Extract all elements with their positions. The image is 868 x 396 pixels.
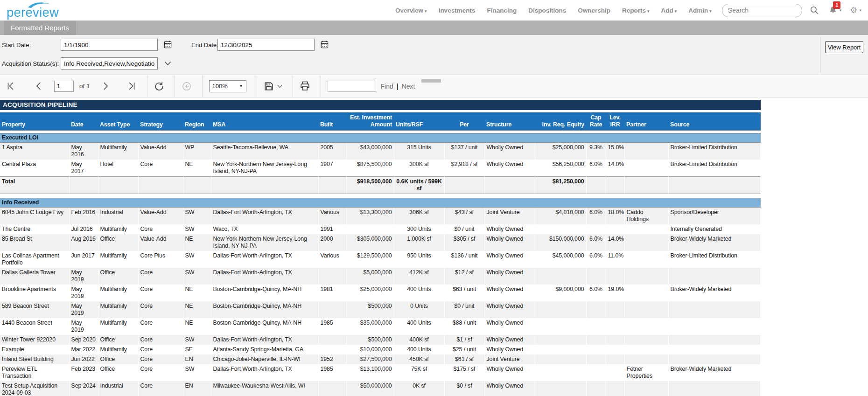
cell: [69, 177, 98, 194]
first-page-button[interactable]: [6, 81, 15, 91]
cell: 2000: [318, 234, 346, 251]
nav-item-ownership[interactable]: Ownership: [578, 7, 610, 14]
toolbar-divider: [321, 75, 321, 97]
column-header: Partner: [624, 112, 668, 131]
find-next-button[interactable]: Next: [402, 83, 415, 90]
cell: 1907: [318, 160, 346, 177]
cell: Total: [0, 177, 69, 194]
cell: $0 / sf: [444, 381, 484, 396]
settings-gear-button[interactable]: ⚙: [850, 6, 857, 14]
cell: Multifamily: [98, 301, 138, 318]
nav-item-dispositions[interactable]: Dispositions: [528, 7, 566, 14]
zoom-select[interactable]: 100% ▼: [209, 80, 246, 92]
notification-badge: 1: [833, 1, 840, 9]
cell: $88 / unit: [444, 318, 484, 335]
start-date-calendar-icon[interactable]: [163, 40, 172, 49]
view-report-button[interactable]: View Report: [825, 41, 863, 53]
start-date-input[interactable]: [61, 39, 158, 51]
cell: Multifamily: [98, 318, 138, 335]
cell: 14.0%: [606, 160, 624, 177]
last-page-button[interactable]: [127, 81, 137, 91]
chevron-down-icon[interactable]: ▾: [859, 8, 861, 13]
acquisition-status-input[interactable]: [61, 57, 158, 69]
cell: $27,500,000: [346, 354, 394, 364]
cell: $25,000,000: [346, 285, 394, 301]
cell: [586, 177, 606, 194]
nav-item-overview[interactable]: Overview▾: [395, 7, 427, 14]
cell: Various: [318, 208, 346, 225]
refresh-button[interactable]: [154, 81, 164, 91]
cell: Joint Venture: [484, 354, 535, 364]
parameters-collapse-handle[interactable]: [421, 79, 441, 83]
cell: Boston-Cambridge-Quincy, MA-NH: [211, 285, 318, 301]
cell: Dallas-Fort Worth-Arlington, TX: [211, 268, 318, 285]
cell: [586, 364, 606, 381]
cell: 15.0%: [606, 143, 624, 160]
cell: $0 / unit: [444, 301, 484, 318]
cell: [624, 251, 668, 268]
find-text-input[interactable]: [328, 81, 376, 92]
cell: SW: [183, 364, 211, 381]
cell: Multifamily: [98, 345, 138, 354]
cell: 306K sf: [394, 208, 444, 225]
cell: [535, 301, 586, 318]
cell: [624, 301, 668, 318]
cell: [668, 381, 761, 396]
cell: [484, 177, 535, 194]
current-page-input[interactable]: [54, 81, 74, 92]
main-nav: Overview▾InvestmentsFinancingDisposition…: [395, 7, 712, 14]
notifications-button[interactable]: 1 ▾: [828, 6, 842, 15]
nav-item-reports[interactable]: Reports▾: [622, 7, 650, 14]
cell: 6.0%: [586, 251, 606, 268]
cell: $2,918 / sf: [444, 160, 484, 177]
search-input[interactable]: [728, 7, 796, 14]
cell: [668, 177, 761, 194]
search-icon[interactable]: [810, 6, 819, 15]
back-to-parent-report-button[interactable]: [182, 81, 192, 91]
table-row: ExampleMar 2022MultifamilyCoreSEAtlanta-…: [0, 345, 761, 354]
cell: NE: [183, 285, 211, 301]
cell: [668, 318, 761, 335]
cell: Broker-Limited Distribution: [668, 143, 761, 160]
cell: [535, 345, 586, 354]
find-button[interactable]: Find: [381, 83, 393, 90]
chevron-down-icon: ▾: [675, 9, 677, 14]
previous-page-button[interactable]: [34, 81, 44, 91]
cell: 9.3%: [586, 143, 606, 160]
cell: May 2017: [69, 160, 98, 177]
cell: [624, 143, 668, 160]
nav-item-add[interactable]: Add▾: [661, 7, 677, 14]
cell: [606, 364, 624, 381]
nav-item-investments[interactable]: Investments: [439, 7, 476, 14]
next-page-button[interactable]: [100, 81, 110, 91]
cell: $136 / unit: [444, 251, 484, 268]
cell: $50,000,000: [346, 381, 394, 396]
column-header: Inv. Req. Equity: [535, 112, 586, 131]
end-date-calendar-icon[interactable]: [320, 40, 329, 49]
cell: Core: [138, 318, 183, 335]
cell: [606, 381, 624, 396]
cell: [586, 335, 606, 345]
cell: Wholly Owned: [484, 234, 535, 251]
cell: Broker-Widely Marketed: [668, 234, 761, 251]
cell: Las Colinas Apartment Portfolio: [0, 251, 69, 268]
print-button[interactable]: [300, 81, 310, 91]
report-title: ACQUISITION PIPELINE: [0, 100, 761, 110]
export-save-button[interactable]: [264, 81, 282, 91]
status-dropdown-chevron-icon[interactable]: [164, 61, 171, 66]
section-header-label: Info Received: [0, 198, 761, 208]
cell: Industrial: [98, 208, 138, 225]
cell: Wholly Owned: [484, 318, 535, 335]
app-logo[interactable]: pereview: [7, 2, 59, 19]
cell: Dallas-Fort Worth-Arlington, TX: [211, 364, 318, 381]
cell: 14.0%: [606, 234, 624, 251]
cell: [535, 224, 586, 234]
cell: [668, 345, 761, 354]
nav-item-admin[interactable]: Admin▾: [688, 7, 712, 14]
end-date-input[interactable]: [217, 39, 315, 51]
nav-item-financing[interactable]: Financing: [487, 7, 517, 14]
tab-formatted-reports[interactable]: Formatted Reports: [4, 21, 76, 35]
cell: 1991: [318, 224, 346, 234]
chevron-down-icon: [277, 84, 282, 88]
cell: Core: [138, 268, 183, 285]
